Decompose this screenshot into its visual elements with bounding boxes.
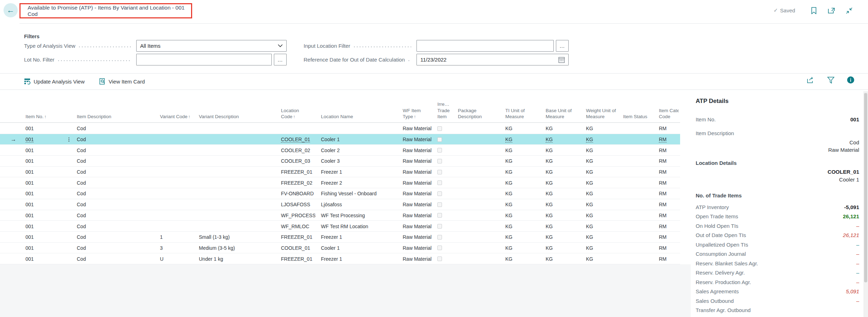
cell-wf_item_type[interactable]: Raw Material xyxy=(397,210,432,221)
cell-variant_code[interactable] xyxy=(154,123,193,134)
cell-item_status[interactable] xyxy=(617,123,653,134)
cell-ti_unit[interactable]: KG xyxy=(500,221,540,232)
cell-location_name[interactable]: Freezer 2 xyxy=(315,177,397,188)
cell-base_unit[interactable]: KG xyxy=(540,243,580,254)
cell-item_no[interactable]: 001 xyxy=(20,188,71,199)
cell-item_description[interactable]: Cod xyxy=(71,253,154,264)
cell-item_category[interactable]: RM xyxy=(653,210,680,221)
cell-item_category[interactable]: RM xyxy=(653,188,680,199)
cell-variant_code[interactable] xyxy=(154,167,193,178)
cell-ti_unit[interactable]: KG xyxy=(500,210,540,221)
cell-weight_unit[interactable]: KG xyxy=(580,156,617,167)
cell-trade_item[interactable] xyxy=(432,145,452,156)
cell-weight_unit[interactable]: KG xyxy=(580,177,617,188)
cell-variant_description[interactable] xyxy=(193,145,275,156)
cell-item_status[interactable] xyxy=(617,188,653,199)
cell-item_no[interactable]: 001 xyxy=(20,232,71,243)
cell-location_name[interactable]: Cooler 3 xyxy=(315,156,397,167)
cell-base_unit[interactable]: KG xyxy=(540,232,580,243)
cell-weight_unit[interactable]: KG xyxy=(580,253,617,264)
column-header-package_description[interactable]: Package Description xyxy=(452,108,500,120)
cell-weight_unit[interactable]: KG xyxy=(580,232,617,243)
cell-location_name[interactable]: Freezer 1 xyxy=(315,253,397,264)
table-row[interactable]: 001CodFREEZER_01Freezer 1Raw MaterialKGK… xyxy=(0,167,680,178)
atp-row-value[interactable]: 26,121 xyxy=(843,232,859,238)
reference-date-input[interactable]: 11/23/2022 xyxy=(416,54,569,65)
cell-wf_item_type[interactable]: Raw Material xyxy=(397,243,432,254)
cell-item_description[interactable]: Cod xyxy=(71,145,154,156)
table-row[interactable]: 001CodUUnder 1 kgFREEZER_01Freezer 1Raw … xyxy=(0,253,680,264)
cell-base_unit[interactable]: KG xyxy=(540,253,580,264)
cell-wf_item_type[interactable]: Raw Material xyxy=(397,232,432,243)
cell-wf_item_type[interactable]: Raw Material xyxy=(397,221,432,232)
atp-item-no-value[interactable]: 001 xyxy=(850,116,859,122)
cell-ti_unit[interactable]: KG xyxy=(500,177,540,188)
input-location-filter-input[interactable] xyxy=(416,40,554,52)
cell-ti_unit[interactable]: KG xyxy=(500,134,540,145)
cell-location_name[interactable]: Cooler 1 xyxy=(315,134,397,145)
cell-trade_item[interactable] xyxy=(432,156,452,167)
column-header-item_status[interactable]: Item Status xyxy=(617,114,653,120)
cell-location_code[interactable]: LJOSAFOSS xyxy=(275,199,315,210)
cell-variant_code[interactable] xyxy=(154,188,193,199)
cell-ti_unit[interactable]: KG xyxy=(500,199,540,210)
cell-location_code[interactable]: WF_RMLOC xyxy=(275,221,315,232)
table-row[interactable]: 001CodCOOLER_02Cooler 2Raw MaterialKGKGK… xyxy=(0,145,680,156)
cell-variant_description[interactable]: Under 1 kg xyxy=(193,253,275,264)
cell-trade_item[interactable] xyxy=(432,199,452,210)
cell-item_category[interactable]: RM xyxy=(653,123,680,134)
cell-variant_description[interactable] xyxy=(193,156,275,167)
table-row[interactable]: →⋮001CodCOOLER_01Cooler 1Raw MaterialKGK… xyxy=(0,134,680,145)
cell-item_status[interactable] xyxy=(617,177,653,188)
calendar-icon[interactable] xyxy=(558,57,565,63)
back-button[interactable]: ← xyxy=(4,3,18,17)
cell-variant_description[interactable] xyxy=(193,123,275,134)
cell-variant_code[interactable] xyxy=(154,134,193,145)
cell-variant_description[interactable] xyxy=(193,177,275,188)
cell-ti_unit[interactable]: KG xyxy=(500,156,540,167)
type-of-analysis-view-select[interactable]: All Items xyxy=(136,40,287,52)
cell-ti_unit[interactable]: KG xyxy=(500,167,540,178)
cell-item_status[interactable] xyxy=(617,156,653,167)
cell-item_description[interactable]: Cod xyxy=(71,156,154,167)
cell-weight_unit[interactable]: KG xyxy=(580,221,617,232)
cell-item_description[interactable]: Cod xyxy=(71,232,154,243)
cell-wf_item_type[interactable]: Raw Material xyxy=(397,167,432,178)
cell-location_code[interactable] xyxy=(275,123,315,134)
cell-item_category[interactable]: RM xyxy=(653,232,680,243)
share-icon[interactable] xyxy=(807,76,815,84)
cell-location_code[interactable]: FV-ONBOARD xyxy=(275,188,315,199)
cell-weight_unit[interactable]: KG xyxy=(580,167,617,178)
cell-package_description[interactable] xyxy=(452,156,500,167)
cell-base_unit[interactable]: KG xyxy=(540,145,580,156)
cell-location_code[interactable]: FREEZER_01 xyxy=(275,232,315,243)
cell-variant_code[interactable] xyxy=(154,156,193,167)
update-analysis-view-button[interactable]: Update Analysis View xyxy=(24,76,85,87)
cell-item_no[interactable]: 001 xyxy=(20,167,71,178)
cell-variant_code[interactable] xyxy=(154,210,193,221)
cell-wf_item_type[interactable]: Raw Material xyxy=(397,145,432,156)
cell-item_category[interactable]: RM xyxy=(653,145,680,156)
cell-weight_unit[interactable]: KG xyxy=(580,145,617,156)
column-header-variant_code[interactable]: Variant Code↑ xyxy=(154,114,193,120)
cell-base_unit[interactable]: KG xyxy=(540,123,580,134)
cell-package_description[interactable] xyxy=(452,188,500,199)
column-header-location_name[interactable]: Location Name xyxy=(315,114,397,120)
cell-variant_code[interactable]: 1 xyxy=(154,232,193,243)
cell-wf_item_type[interactable]: Raw Material xyxy=(397,199,432,210)
cell-location_code[interactable]: WF_PROCESS xyxy=(275,210,315,221)
view-item-card-button[interactable]: View Item Card xyxy=(99,76,145,87)
column-header-weight_unit[interactable]: Weight Unit of Measure xyxy=(580,108,617,120)
cell-wf_item_type[interactable]: Raw Material xyxy=(397,188,432,199)
collapse-icon[interactable] xyxy=(845,6,853,15)
cell-item_status[interactable] xyxy=(617,243,653,254)
cell-item_status[interactable] xyxy=(617,199,653,210)
cell-item_no[interactable]: 001 xyxy=(20,156,71,167)
atp-row-value[interactable]: – xyxy=(856,279,859,285)
atp-item-description-line1[interactable]: Cod xyxy=(696,139,859,145)
cell-wf_item_type[interactable]: Raw Material xyxy=(397,123,432,134)
cell-trade_item[interactable] xyxy=(432,243,452,254)
column-header-item_no[interactable]: Item No.↑ xyxy=(20,114,71,120)
cell-variant_description[interactable]: Medium (3-5 kg) xyxy=(193,243,275,254)
cell-location_code[interactable]: COOLER_02 xyxy=(275,145,315,156)
